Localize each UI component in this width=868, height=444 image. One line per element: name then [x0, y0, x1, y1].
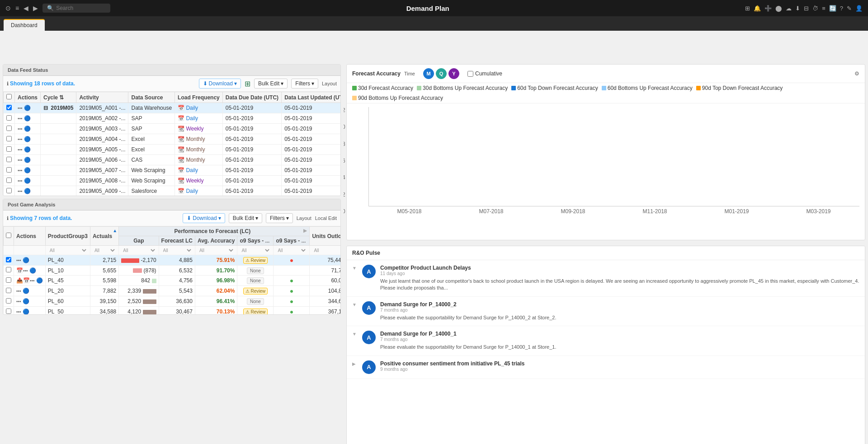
pga-info-icon[interactable]: 🔵 [36, 277, 43, 284]
edit-icon[interactable]: ✎ [847, 5, 852, 12]
col-data-last-updated[interactable]: Data Last Updated (UTC) [282, 92, 340, 103]
row-info-icon[interactable]: 🔵 [24, 178, 31, 184]
pga-local-edit-button[interactable]: Local Edit [315, 215, 337, 221]
cumulative-checkbox-label[interactable]: Cumulative [467, 70, 502, 77]
menu-icon[interactable]: ≡ [15, 5, 19, 12]
pga-download-button[interactable]: ⬇ Download ▾ [183, 213, 225, 223]
group-expand-icon[interactable]: ⊟ [43, 105, 48, 111]
row-checkbox[interactable] [6, 146, 12, 152]
actions-menu-btn[interactable]: ••• [18, 189, 23, 194]
accuracy-filter[interactable]: All [198, 248, 235, 253]
pga-actions-btn[interactable]: ••• [16, 258, 21, 263]
search-box[interactable]: 🔍 [42, 4, 110, 13]
clock-icon[interactable]: ⏱ [812, 5, 818, 12]
pga-actions-btn[interactable]: ••• [16, 289, 21, 294]
list-icon[interactable]: ≡ [822, 5, 826, 12]
col-rca-driver[interactable]: o9 Says - RCA Driver Insight... [274, 236, 310, 246]
pga-info-icon[interactable]: 🔵 [23, 257, 29, 263]
ro-pulse-list[interactable]: ▼ A Competitor Product Launch Delays 11 … [347, 260, 865, 444]
row-checkbox[interactable] [6, 167, 12, 173]
row-info-icon[interactable]: 🔵 [24, 105, 31, 111]
col-data-source[interactable]: Data Source [128, 92, 175, 103]
row-info-icon[interactable]: 🔵 [24, 115, 31, 122]
pga-filters-button[interactable]: Filters ▾ [266, 213, 293, 223]
row-info-icon[interactable]: 🔵 [24, 146, 31, 153]
pga-expand-icon[interactable]: 📤 [16, 277, 23, 284]
add-icon[interactable]: ➕ [764, 5, 772, 12]
help-icon[interactable]: ? [840, 5, 843, 12]
row-checkbox[interactable] [6, 115, 12, 121]
pga-actions-btn[interactable]: ••• [16, 309, 21, 314]
actions-menu-btn[interactable]: ••• [18, 158, 23, 163]
ro-collapse-icon[interactable]: ▼ [352, 332, 358, 351]
col-avg-accuracy[interactable]: Avg. Accuracy [195, 236, 237, 246]
back-icon[interactable]: ◀ [24, 5, 28, 12]
pga-calendar-icon[interactable]: 📅 [16, 267, 23, 274]
col-model-tuning[interactable]: o9 Says - Model Tuning Neede... [237, 236, 274, 246]
dashboard-tab[interactable]: Dashboard [4, 19, 45, 31]
time-btn-quarterly[interactable]: Q [436, 68, 447, 79]
actions-menu-btn[interactable]: ••• [18, 178, 23, 183]
bulk-edit-button[interactable]: Bulk Edit ▾ [254, 79, 288, 89]
actions-menu-btn[interactable]: ••• [18, 126, 23, 131]
cumulative-checkbox[interactable] [467, 71, 473, 77]
download-icon[interactable]: ⬇ [795, 5, 800, 12]
pga-row-checkbox[interactable] [6, 257, 11, 262]
col-product-group[interactable]: ProductGroup3 [45, 227, 90, 246]
sync-icon[interactable]: 🔄 [829, 5, 836, 12]
row-info-icon[interactable]: 🔵 [24, 136, 31, 142]
pga-row-checkbox[interactable] [6, 277, 11, 283]
col-actuals[interactable]: Actuals ▲ [90, 227, 118, 246]
pga-actions-btn[interactable]: ••• [16, 299, 21, 304]
pga-actions-btn[interactable]: ••• [23, 268, 28, 273]
col-forecast-lc[interactable]: Forecast LC [159, 236, 195, 246]
pga-layout-button[interactable]: Layout [297, 215, 311, 221]
actuals-filter[interactable]: All [93, 248, 116, 253]
col-activity[interactable]: Activity [76, 92, 128, 103]
pga-info-icon[interactable]: 🔵 [23, 298, 29, 304]
row-info-icon[interactable]: 🔵 [24, 126, 31, 132]
row-checkbox[interactable] [6, 178, 12, 183]
col-load-frequency[interactable]: Load Frequency [175, 92, 223, 103]
pga-row-checkbox[interactable] [6, 288, 11, 293]
table-icon[interactable]: ⊟ [804, 5, 809, 12]
ro-collapse-icon[interactable]: ▶ [352, 361, 358, 374]
data-feed-table-scroll[interactable]: Actions Cycle ⇅ Activity Data Source Loa… [3, 92, 340, 196]
pga-row-checkbox[interactable] [6, 267, 11, 272]
pga-actions-btn[interactable]: ••• [30, 278, 35, 283]
pga-info-icon[interactable]: 🔵 [29, 267, 36, 274]
layout-button[interactable]: Layout [322, 81, 337, 86]
excel-icon[interactable]: ⊞ [245, 79, 250, 88]
model-tuning-filter[interactable]: All [240, 248, 271, 253]
time-btn-monthly[interactable]: M [423, 68, 434, 79]
col-units-outlook[interactable]: Units Outlook [310, 227, 340, 246]
forecast-settings-icon[interactable]: ⚙ [854, 70, 859, 77]
pga-info-icon[interactable]: 🔵 [23, 308, 29, 314]
select-all-checkbox[interactable] [6, 94, 12, 99]
pga-calendar-icon[interactable]: 📅 [23, 277, 30, 284]
expand-group-icon[interactable]: ▶ [303, 228, 307, 233]
grid-icon[interactable]: ⊞ [745, 5, 750, 12]
actions-menu-btn[interactable]: ••• [18, 147, 23, 152]
notification-icon[interactable]: 🔔 [754, 5, 761, 12]
cloud-icon[interactable]: ☁ [786, 5, 792, 12]
pga-table-scroll[interactable]: Actions ProductGroup3 Actuals ▲ Performa… [3, 226, 340, 314]
product-filter[interactable]: All [48, 248, 88, 253]
col-gap[interactable]: Gap [119, 236, 159, 246]
pga-bulk-edit-button[interactable]: Bulk Edit ▾ [229, 213, 262, 223]
row-checkbox[interactable] [6, 105, 12, 110]
ro-collapse-icon[interactable]: ▼ [352, 266, 358, 292]
col-cycle[interactable]: Cycle ⇅ [41, 92, 76, 103]
col-data-due-date[interactable]: Data Due Date (UTC) [222, 92, 281, 103]
row-checkbox[interactable] [6, 188, 12, 193]
download-button[interactable]: ⬇ Download ▾ [199, 79, 241, 89]
pga-info-icon[interactable]: 🔵 [23, 288, 29, 294]
gap-filter[interactable]: All [121, 248, 156, 253]
row-info-icon[interactable]: 🔵 [24, 167, 31, 173]
logo-icon[interactable]: ⊙ [5, 5, 11, 12]
forecast-filter[interactable]: All [161, 248, 193, 253]
pga-row-checkbox[interactable] [6, 308, 11, 314]
actions-menu-btn[interactable]: ••• [18, 106, 23, 111]
row-checkbox[interactable] [6, 126, 12, 131]
pga-row-checkbox[interactable] [6, 298, 11, 304]
